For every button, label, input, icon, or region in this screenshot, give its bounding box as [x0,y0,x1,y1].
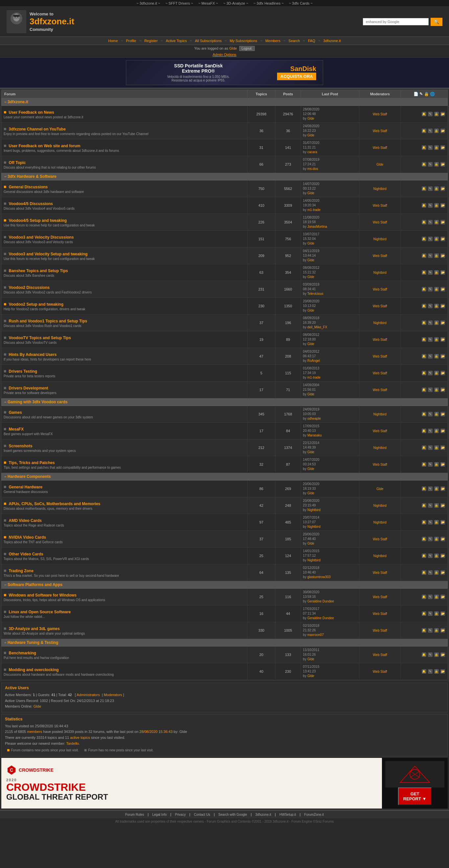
last-post-user-link[interactable]: cacara [307,150,317,154]
newest-member-link[interactable]: Tardello. [66,741,80,745]
subscribe-icon[interactable]: 🔔 [422,203,426,208]
footer-link[interactable]: Privacy [175,813,186,816]
subscribe-icon[interactable]: 🔔 [422,520,426,525]
subscribe-icon[interactable]: 🔔 [422,412,426,416]
lock-icon[interactable]: 🔒 [434,503,439,508]
moderator-link[interactable]: Web Staff [373,254,387,258]
moderator-link[interactable]: Web Staff [373,204,387,207]
last-post-user-link[interactable]: Glde [307,393,314,396]
moderator-link[interactable]: Web Staff [373,304,387,308]
active-topics-link[interactable]: active topics [70,736,90,740]
main-nav-link[interactable]: Register [144,39,158,43]
folder-icon[interactable]: 📂 [441,112,445,116]
last-post-user-link[interactable]: maxroon07 [307,633,324,637]
edit-icon[interactable]: ✎ [428,203,432,208]
forum-name-link[interactable]: Modding and overclocking [9,668,59,672]
forum-name-link[interactable]: MesaFX [9,427,24,432]
admin-options-link[interactable]: Admin Options [0,52,449,57]
subscribe-icon[interactable]: 🔔 [422,162,426,167]
subscribe-icon[interactable]: 🔔 [422,371,426,375]
edit-icon[interactable]: ✎ [428,520,432,525]
edit-icon[interactable]: ✎ [428,462,432,467]
forum-name-link[interactable]: User Feedback on News [9,110,54,115]
moderator-link[interactable]: Web Staff [373,571,387,575]
forum-name-link[interactable]: 3dfxzone Channel on YouTube [9,127,66,131]
subscribe-icon[interactable]: 🔔 [422,145,426,150]
edit-icon[interactable]: ✎ [428,652,432,657]
lock-icon[interactable]: 🔒 [434,594,439,599]
last-post-user-link[interactable]: deil_Mike_FX [307,326,327,329]
forum-name-link[interactable]: General Hardware [9,485,43,489]
forum-name-link[interactable]: Benchmarking [9,651,36,655]
moderator-link[interactable]: Web Staff [373,338,387,341]
last-post-user-link[interactable]: ms-dos [307,167,318,170]
folder-icon[interactable]: 📂 [441,503,445,508]
lock-icon[interactable]: 🔒 [434,520,439,525]
category-link[interactable]: – 3dfx Hardware & Software [4,174,57,179]
last-post-user-link[interactable]: Nightbird [307,525,321,528]
moderator-link[interactable]: Nightbird [373,554,387,558]
footer-link[interactable]: Forum Rules [125,813,144,816]
lock-icon[interactable]: 🔒 [434,354,439,359]
folder-icon[interactable]: 📂 [441,554,445,558]
edit-icon[interactable]: ✎ [428,220,432,224]
subscribe-icon[interactable]: 🔔 [422,337,426,342]
last-post-user-link[interactable]: Geraldine Dundee [307,599,334,603]
mods-link[interactable]: Moderators [104,693,122,697]
last-post-user-link[interactable]: Glde [307,191,314,195]
online-member-link[interactable]: Glde [33,704,41,708]
footer-link[interactable]: Contact Us [194,813,210,816]
moderator-link[interactable]: Web Staff [373,354,387,358]
forum-name-link[interactable]: VoodooTV Topics and Setup Tips [9,336,71,340]
forum-name-link[interactable]: Other Video Cards [9,552,43,556]
forum-name-link[interactable]: Tips, Tricks and Patches [9,461,55,465]
last-post-user-link[interactable]: Glde [307,450,314,454]
subscribe-icon[interactable]: 🔔 [422,237,426,241]
moderator-link[interactable]: Nightbird [373,504,387,507]
folder-icon[interactable]: 📂 [441,162,445,167]
subscribe-icon[interactable]: 🔔 [422,253,426,258]
subscribe-icon[interactable]: 🔔 [422,128,426,133]
folder-icon[interactable]: 📂 [441,537,445,541]
subscribe-icon[interactable]: 🔔 [422,628,426,633]
edit-icon[interactable]: ✎ [428,594,432,599]
folder-icon[interactable]: 📂 [441,128,445,133]
moderator-link[interactable]: Web Staff [373,388,387,392]
folder-icon[interactable]: 📂 [441,220,445,224]
edit-icon[interactable]: ✎ [428,412,432,416]
subscribe-icon[interactable]: 🔔 [422,270,426,275]
forum-name-link[interactable]: Screenshots [9,444,33,448]
lock-icon[interactable]: 🔒 [434,669,439,674]
forum-name-link[interactable]: AMD Video Cards [9,518,42,523]
last-post-user-link[interactable]: JonasMortina [307,225,327,228]
folder-icon[interactable]: 📂 [441,611,445,616]
lock-icon[interactable]: 🔒 [434,253,439,258]
moderator-link[interactable]: Web Staff [373,595,387,599]
folder-icon[interactable]: 📂 [441,412,445,416]
last-post-user-link[interactable]: Glde [307,309,314,312]
forum-name-link[interactable]: APUs, CPUs, SoCs, Motherboards and Memor… [9,501,100,506]
folder-icon[interactable]: 📂 [441,652,445,657]
lock-icon[interactable]: 🔒 [434,652,439,657]
forum-name-link[interactable]: Banshee Topics and Setup Tips [9,269,68,273]
edit-icon[interactable]: ✎ [428,503,432,508]
lock-icon[interactable]: 🔒 [434,412,439,416]
edit-icon[interactable]: ✎ [428,611,432,616]
edit-icon[interactable]: ✎ [428,337,432,342]
members-link[interactable]: members [27,730,42,734]
forum-name-link[interactable]: Voodoo4/5 Setup and tweaking [9,218,67,223]
last-post-user-link[interactable]: Televicious [307,292,324,296]
moderator-link[interactable]: Nightbird [373,237,387,241]
edit-icon[interactable]: ✎ [428,162,432,167]
last-post-user-link[interactable]: RoAngel [307,359,320,363]
footer-link[interactable]: 3dfxzone.it [256,813,271,816]
main-nav-link[interactable]: FAQ [308,39,315,43]
subscribe-icon[interactable]: 🔔 [422,320,426,325]
lock-icon[interactable]: 🔒 [434,337,439,342]
edit-icon[interactable]: ✎ [428,628,432,633]
last-post-user-link[interactable]: odheaple [307,417,321,421]
lock-icon[interactable]: 🔒 [434,487,439,491]
folder-icon[interactable]: 📂 [441,354,445,359]
last-post-user-link[interactable]: Glde [307,275,314,279]
subscribe-icon[interactable]: 🔔 [422,186,426,191]
